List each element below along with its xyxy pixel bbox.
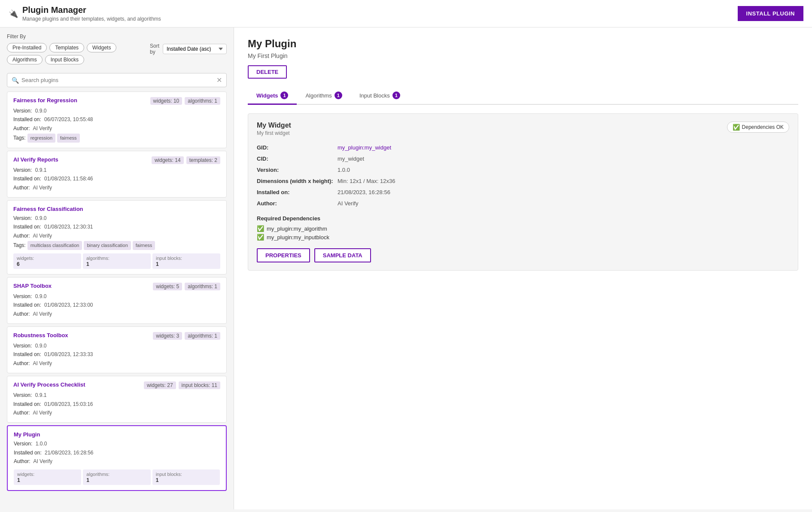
meta-chip: input blocks: 11 — [179, 381, 220, 389]
installed-field-label: Installed on: — [13, 174, 41, 183]
version-field: Version: 0.9.0 — [13, 107, 220, 115]
dep-badge-label: Dependencies OK — [742, 124, 784, 130]
version-field-value: 0.9.0 — [33, 341, 46, 350]
meta-chips: widgets: 10algorithms: 1 — [150, 97, 220, 105]
dep-name: my_plugin:my_algorithm — [267, 226, 327, 232]
author-field-value: AI Verify — [32, 408, 52, 417]
req-deps: Required Dependencies ✅my_plugin:my_algo… — [257, 215, 789, 241]
install-plugin-button[interactable]: INSTALL PLUGIN — [738, 6, 803, 21]
meta-chip: widgets: 3 — [153, 332, 182, 340]
filter-chips: Pre-InstalledTemplatesWidgetsAlgorithmsI… — [7, 43, 150, 64]
meta-chip: widgets: 27 — [144, 381, 176, 389]
version-field: Version: 0.9.1 — [13, 166, 220, 174]
req-deps-title: Required Dependencies — [257, 215, 789, 222]
plugin-info: Version: 0.9.1 Installed on: 01/08/2023,… — [13, 391, 220, 417]
filter-chip-widgets[interactable]: Widgets — [87, 43, 116, 52]
tab-label: Input Blocks — [359, 92, 390, 99]
filter-chip-templates[interactable]: Templates — [49, 43, 84, 52]
plugin-list: Fairness for Regression widgets: 10algor… — [0, 91, 234, 509]
version-field: Version: 0.9.0 — [13, 214, 220, 222]
dep-check-icon: ✅ — [257, 234, 264, 241]
author-field-value: AI Verify — [32, 124, 52, 133]
plugin-card-shap-toolbox[interactable]: SHAP Toolbox widgets: 5algorithms: 1 Ver… — [7, 277, 227, 324]
author-field-label: Author: — [13, 408, 30, 417]
tab-algorithms[interactable]: Algorithms1 — [297, 87, 350, 105]
meta-input-blocks: input blocks:1 — [152, 469, 220, 485]
author-field-label: Author: — [13, 359, 30, 368]
tab-widgets[interactable]: Widgets1 — [248, 87, 297, 105]
card-header: AI Verify Reports widgets: 14templates: … — [13, 156, 220, 164]
version-field-label: Version: — [13, 292, 32, 301]
plugin-info: Version: 0.9.0 Installed on: 01/08/2023,… — [13, 292, 220, 318]
meta-widgets: widgets:6 — [13, 253, 81, 269]
installed-field: Installed on: 06/07/2023, 10:55:48 — [13, 115, 220, 124]
author-label: Author: — [257, 198, 334, 209]
meta-chips: widgets: 14templates: 2 — [152, 156, 220, 164]
sample-data-button[interactable]: SAMPLE DATA — [314, 248, 371, 262]
installed-field: Installed on: 01/08/2023, 11:58:46 — [13, 174, 220, 183]
plugin-card-ai-verify-reports[interactable]: AI Verify Reports widgets: 14templates: … — [7, 151, 227, 198]
author-field-label: Author: — [13, 232, 30, 240]
tab-label: Widgets — [256, 92, 278, 99]
plugin-name: My Plugin — [14, 431, 40, 438]
plugin-name: AI Verify Process Checklist — [13, 381, 85, 388]
card-header: Fairness for Regression widgets: 10algor… — [13, 97, 220, 105]
filter-chip-pre-installed[interactable]: Pre-Installed — [7, 43, 47, 52]
plugin-info: Version: 0.9.0 Installed on: 01/08/2023,… — [13, 214, 220, 250]
installed-row: Installed on: 21/08/2023, 16:28:56 — [257, 187, 789, 198]
version-field-label: Version: — [13, 391, 32, 399]
plugin-icon: 🔌 — [9, 9, 18, 18]
tab-label: Algorithms — [305, 92, 331, 99]
delete-button[interactable]: DELETE — [248, 65, 287, 79]
author-field: Author: AI Verify — [13, 310, 220, 318]
dep-item: ✅my_plugin:my_inputblock — [257, 234, 789, 241]
plugin-card-ai-verify-process-checklist[interactable]: AI Verify Process Checklist widgets: 27i… — [7, 376, 227, 423]
meta-chip: widgets: 14 — [152, 156, 184, 164]
author-field-label: Author: — [13, 310, 30, 318]
meta-chips: widgets: 5algorithms: 1 — [153, 283, 220, 290]
version-field-value: 0.9.1 — [33, 391, 46, 399]
tag: binary classification — [84, 241, 131, 250]
tag: fairness — [57, 134, 80, 143]
plugin-card-fairness-classification[interactable]: Fairness for Classification Version: 0.9… — [7, 200, 227, 274]
installed-field: Installed on: 01/08/2023, 15:03:16 — [13, 400, 220, 408]
plugin-name: Fairness for Classification — [13, 206, 83, 212]
version-field-label: Version: — [13, 166, 32, 174]
meta-chip: algorithms: 1 — [185, 332, 220, 340]
plugin-card-fairness-regression[interactable]: Fairness for Regression widgets: 10algor… — [7, 91, 227, 148]
filter-row: Filter By Pre-InstalledTemplatesWidgetsA… — [7, 34, 227, 64]
meta-chip: algorithms: 1 — [185, 97, 220, 105]
installed-field-label: Installed on: — [13, 301, 41, 309]
sort-select[interactable]: Installed Date (asc)Installed Date (desc… — [163, 44, 227, 54]
card-header: AI Verify Process Checklist widgets: 27i… — [13, 381, 220, 389]
filter-chip-algorithms[interactable]: Algorithms — [7, 55, 43, 64]
dimensions-label: Dimensions (width x height): — [257, 176, 334, 187]
tab-input-blocks[interactable]: Input Blocks1 — [351, 87, 409, 105]
search-input[interactable] — [21, 77, 214, 83]
version-field: Version: 0.9.0 — [13, 341, 220, 350]
installed-field-label: Installed on: — [13, 222, 41, 231]
dep-check-icon: ✅ — [257, 225, 264, 232]
installed-field-label: Installed on: — [13, 115, 41, 124]
version-field-value: 0.9.0 — [33, 214, 46, 222]
version-row: Version: 1.0.0 — [257, 165, 789, 176]
plugin-info: Version: 1.0.0 Installed on: 21/08/2023,… — [14, 439, 220, 466]
top-bar-left: 🔌 Plugin Manager Manage plugins and thei… — [9, 5, 161, 22]
properties-button[interactable]: PROPERTIES — [257, 248, 310, 262]
filter-chip-input-blocks[interactable]: Input Blocks — [45, 55, 84, 64]
gid-value: my_plugin:my_widget — [338, 142, 391, 153]
installed-field-label: Installed on: — [13, 350, 41, 359]
version-field: Version: 0.9.1 — [13, 391, 220, 399]
tag: multiclass classification — [27, 241, 82, 250]
plugin-info: Version: 0.9.0 Installed on: 01/08/2023,… — [13, 341, 220, 368]
tag: fairness — [133, 241, 155, 250]
widget-fields: GID: my_plugin:my_widget CID: my_widget … — [257, 142, 789, 209]
meta-chips: widgets: 3algorithms: 1 — [153, 332, 220, 340]
author-field-label: Author: — [14, 457, 30, 466]
gid-label: GID: — [257, 142, 334, 153]
clear-search-icon[interactable]: ✕ — [216, 76, 222, 84]
plugin-card-my-plugin[interactable]: My Plugin Version: 1.0.0 Installed on: 2… — [7, 425, 227, 491]
plugin-card-robustness-toolbox[interactable]: Robustness Toolbox widgets: 3algorithms:… — [7, 326, 227, 373]
meta-chip: widgets: 5 — [153, 283, 182, 290]
sort-label: Sort by — [150, 43, 159, 55]
